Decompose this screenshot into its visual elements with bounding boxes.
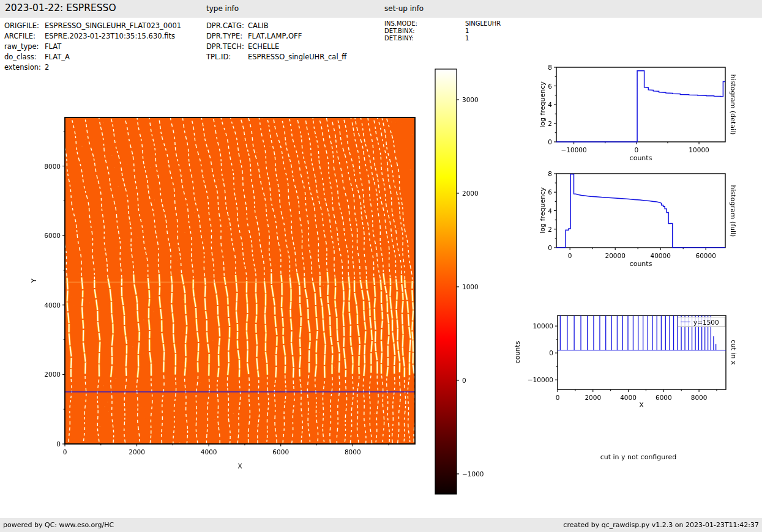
x-tick-label: 0: [635, 146, 639, 153]
x-tick-label: 8000: [691, 394, 708, 401]
colorbar-tick-label: −1000: [462, 470, 484, 478]
x-tick-label: 8000: [345, 448, 361, 456]
x-tick-label: 40000: [650, 252, 670, 259]
y-tick-label: 8: [548, 64, 552, 71]
x-tick-label: 4000: [620, 394, 637, 401]
cut-xlabel: X: [639, 401, 644, 409]
cut-ylabel: counts: [514, 341, 521, 364]
y-tick-label: 6000: [44, 232, 61, 239]
y-tick-label: 2: [548, 120, 552, 127]
footer-left: powered by QC: www.eso.org/HC: [3, 518, 114, 532]
legend-line-sample: [681, 322, 690, 322]
hist-detail-xlabel: counts: [630, 154, 652, 162]
y-tick-label: 4: [548, 101, 552, 108]
y-tick-label: 0: [549, 349, 553, 357]
histogram-curve: [556, 174, 725, 248]
legend-label: y=1500: [693, 319, 719, 326]
y-tick-label: 0: [56, 440, 61, 448]
y-tick-label: 2000: [44, 371, 61, 378]
footer-right: created by qc_rawdisp.py v1.2.3 on 2023-…: [563, 518, 759, 532]
x-tick-label: 0: [568, 252, 572, 259]
hist-detail-ylabel: log frequency: [539, 81, 547, 127]
colorbar-tick-label: 2000: [462, 190, 479, 197]
histogram-curve: [556, 71, 725, 142]
y-tick-label: 6: [548, 188, 552, 196]
y-tick-label: 4000: [44, 301, 61, 309]
y-tick-label: 10000: [533, 322, 553, 330]
y-tick-label: 8: [548, 170, 552, 177]
panel-frame: [65, 117, 415, 444]
x-tick-label: 60000: [695, 252, 715, 259]
y-tick-label: 6: [548, 83, 552, 90]
cut-side-label: cut in x: [730, 340, 738, 365]
y-tick-label: 2: [548, 226, 552, 233]
colorbar-tick-label: 3000: [462, 96, 479, 103]
colorbar-tick-label: 1000: [462, 283, 479, 290]
hist-full-ylabel: log frequency: [539, 187, 547, 233]
hist-detail-side-label: histogram (detail): [729, 75, 737, 135]
x-tick-label: 6000: [656, 394, 672, 401]
x-tick-label: 2000: [585, 394, 601, 401]
y-tick-label: 0: [548, 244, 552, 251]
cut-y-note: cut in y not configured: [600, 453, 677, 461]
panel-frame: [556, 174, 725, 248]
panel-frame: [556, 67, 725, 142]
panel-frame: [435, 69, 457, 494]
cut-legend: y=1500: [678, 317, 725, 327]
y-tick-label: 8000: [44, 163, 61, 170]
footer-bar: powered by QC: www.eso.org/HC created by…: [0, 518, 762, 532]
hist-full-xlabel: counts: [630, 260, 652, 268]
x-tick-label: −10000: [561, 146, 587, 153]
main-xlabel: X: [237, 462, 242, 470]
x-tick-label: 10000: [689, 146, 709, 153]
colorbar-tick-label: 0: [462, 377, 466, 384]
x-tick-label: 6000: [272, 448, 289, 456]
hist-full-side-label: histogram (full): [729, 185, 737, 237]
y-tick-label: 0: [548, 138, 552, 146]
y-tick-label: 4: [548, 207, 552, 215]
x-tick-label: 4000: [201, 448, 217, 456]
main-ylabel: Y: [30, 279, 38, 283]
x-tick-label: 2000: [129, 448, 145, 456]
y-tick-label: −10000: [528, 376, 553, 383]
x-tick-label: 20000: [605, 252, 625, 259]
qc-report-page: 2023-01-22: ESPRESSO type info set-up in…: [0, 0, 762, 532]
x-tick-label: 0: [556, 394, 560, 401]
x-tick-label: 0: [63, 448, 67, 456]
